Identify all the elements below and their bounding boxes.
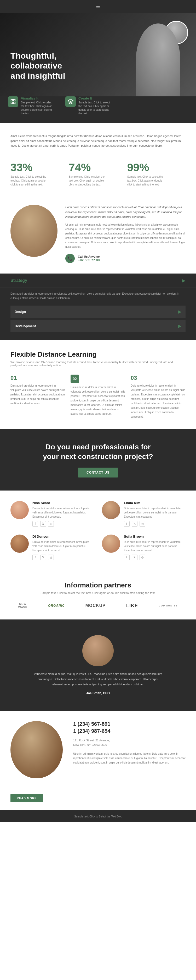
twitter-icon-nina[interactable]: 𝕏 xyxy=(40,521,46,527)
read-more-button[interactable]: READ MORE xyxy=(10,794,43,802)
partner-logo-newwave[interactable]: NEWWAVE xyxy=(18,602,28,609)
learning-col-text-3: Duis aute irure dolor in reprehenderit i… xyxy=(131,383,186,419)
strategy-expand-icon[interactable]: ▶ xyxy=(182,278,186,283)
team-info-sofia: Sofia Brown Duis aute irure dolor in rep… xyxy=(124,535,186,560)
strategy-items: Design ▶ Development ▶ xyxy=(0,305,196,340)
team-section: Nina Scaro Duis aute irure dolor in repr… xyxy=(0,490,196,571)
team-name-nina: Nina Scaro xyxy=(32,501,94,505)
team-photo-sofia xyxy=(102,535,120,553)
team-member-sofia: Sofia Brown Duis aute irure dolor in rep… xyxy=(102,535,186,560)
partners-logos: NEWWAVE ORGANIC Mockup Like COMMUNITY xyxy=(10,602,186,609)
hero-text-block: Thoughtful,collaborativeand insightful xyxy=(10,51,65,81)
learning-col-num-2: 02 xyxy=(71,375,79,383)
svg-rect-0 xyxy=(11,100,13,101)
strategy-item-design[interactable]: Design ▶ xyxy=(10,305,186,318)
partners-section: Information partners Sample text. Click … xyxy=(0,571,196,619)
team-social-linda: f 𝕏 ◎ xyxy=(124,521,186,527)
team-social-nina: f 𝕏 ◎ xyxy=(32,521,94,527)
team-grid: Nina Scaro Duis aute irure dolor in repr… xyxy=(10,501,186,560)
cta-title: Do you need professionals foryour next c… xyxy=(10,442,186,461)
facebook-icon-linda[interactable]: f xyxy=(124,521,130,527)
call-us-number: +92 555 77 88 xyxy=(78,258,100,262)
instagram-icon-nina[interactable]: ◎ xyxy=(48,521,54,527)
team-desc-nina: Duis aute irure dolor in reprehenderit i… xyxy=(32,506,94,519)
icon-box-create-text: Create It Sample text. Click to select t… xyxy=(79,96,112,115)
learning-col-3: 03 Duis aute irure dolor in reprehenderi… xyxy=(131,375,186,419)
contact-phones: 1 (234) 567-891 1 (234) 987-654 xyxy=(73,721,186,734)
instagram-icon-linda[interactable]: ◎ xyxy=(140,521,145,527)
icon-box-visualize[interactable]: Visualize It Sample text. Click to selec… xyxy=(8,96,55,115)
svg-rect-3 xyxy=(11,102,13,104)
svg-rect-1 xyxy=(14,100,15,101)
profile-photo xyxy=(10,205,58,257)
testimonial-photo xyxy=(82,635,114,667)
hamburger-icon[interactable]: ☰ xyxy=(96,4,100,9)
stat-number-2: 74% xyxy=(69,161,127,174)
icon-box-create-desc: Sample text. Click to select the text bo… xyxy=(79,101,112,115)
partner-logo-like[interactable]: Like xyxy=(126,603,138,609)
learning-section: Flexible Distance Learning We provide fl… xyxy=(0,340,196,429)
icon-box-create-title: Create It xyxy=(79,96,112,100)
stats-section: 33% Sample text. Click to select the tex… xyxy=(0,156,196,194)
team-photo-di xyxy=(10,535,29,553)
team-photo-linda xyxy=(102,501,120,519)
testimonial-author: Joe Smith, CEO xyxy=(10,691,186,695)
facebook-icon-nina[interactable]: f xyxy=(32,521,38,527)
team-info-di: Di Donson Duis aute irure dolor in repre… xyxy=(32,535,94,560)
facebook-icon-sofia[interactable]: f xyxy=(124,555,130,560)
team-info-nina: Nina Scaro Duis aute irure dolor in repr… xyxy=(32,501,94,527)
strategy-item-design-arrow: ▶ xyxy=(178,309,182,314)
contact-us-button[interactable]: CONTACT US xyxy=(78,468,118,477)
learning-col-2: 02 Duis aute irure dolor in reprehenderi… xyxy=(71,375,125,419)
hero-title: Thoughtful,collaborativeand insightful xyxy=(10,51,65,81)
twitter-icon-linda[interactable]: 𝕏 xyxy=(132,521,137,527)
partner-logo-mockup[interactable]: Mockup xyxy=(85,603,106,608)
icon-boxes-section: Visualize It Sample text. Click to selec… xyxy=(0,96,196,123)
read-more-section: READ MORE xyxy=(0,789,196,810)
strategy-item-design-label: Design xyxy=(14,310,26,313)
partner-logo-organic[interactable]: ORGANIC xyxy=(48,604,65,608)
strategy-item-development[interactable]: Development ▶ xyxy=(10,320,186,332)
strategy-header[interactable]: Strategy ▶ xyxy=(0,274,196,288)
partners-subtitle: Sample text. Click to select the text bo… xyxy=(10,591,186,595)
team-desc-di: Duis aute irure dolor in reprehenderit i… xyxy=(32,540,94,552)
contact-info-section: 1 (234) 567-891 1 (234) 987-654 121 Rock… xyxy=(0,711,196,789)
strategy-title: Strategy xyxy=(10,278,27,283)
icon-box-create[interactable]: Create It Sample text. Click to select t… xyxy=(65,96,112,115)
icon-box-visualize-title: Visualize It xyxy=(21,96,55,100)
strategy-desc-text: Duis aute irure dolor in reprehenderit i… xyxy=(10,291,186,301)
icon-box-visualize-desc: Sample text. Click to select the text bo… xyxy=(21,101,55,115)
hero-section: Thoughtful,collaborativeand insightful xyxy=(0,13,196,96)
instagram-icon-di[interactable]: ◎ xyxy=(48,555,54,560)
testimonial-text: Vituperate Nam id aliqua, malt quis vest… xyxy=(33,671,163,687)
strategy-item-development-arrow: ▶ xyxy=(178,323,182,328)
footer: Sample text. Click to Select the Text Bo… xyxy=(0,810,196,822)
profile-body: Ut enim ad minim veniam, quis nostrud ex… xyxy=(65,223,186,249)
intro-text: Amet luctus venenatis lectus magna fring… xyxy=(10,134,186,148)
stat-label-2: Sample text. Click to select the text bo… xyxy=(69,175,108,186)
partners-title: Information partners xyxy=(10,581,186,589)
team-name-sofia: Sofia Brown xyxy=(124,535,186,538)
twitter-icon-sofia[interactable]: 𝕏 xyxy=(132,555,137,560)
stat-item-1: 33% Sample text. Click to select the tex… xyxy=(10,161,69,186)
team-name-linda: Linda Kim xyxy=(124,501,186,505)
create-icon xyxy=(65,96,76,107)
twitter-icon-di[interactable]: 𝕏 xyxy=(40,555,46,560)
cta-section: Do you need professionals foryour next c… xyxy=(0,429,196,490)
learning-col-1: 01 Duis aute irure dolor in reprehenderi… xyxy=(10,375,65,419)
stat-number-3: 99% xyxy=(127,161,186,174)
stat-label-1: Sample text. Click to select the text bo… xyxy=(10,175,50,186)
team-social-di: f 𝕏 ◎ xyxy=(32,555,94,560)
stat-number-1: 33% xyxy=(10,161,69,174)
partner-logo-community[interactable]: COMMUNITY xyxy=(159,605,178,607)
profile-content: Each color evokes different emotions for… xyxy=(65,205,186,263)
svg-rect-2 xyxy=(14,102,15,104)
strategy-description: Duis aute irure dolor in reprehenderit i… xyxy=(0,288,196,305)
instagram-icon-sofia[interactable]: ◎ xyxy=(140,555,145,560)
team-member-nina: Nina Scaro Duis aute irure dolor in repr… xyxy=(10,501,94,527)
call-us-text: Call Us Anytime +92 555 77 88 xyxy=(78,255,100,262)
footer-text: Sample text. Click to Select the Text Bo… xyxy=(74,815,122,818)
team-photo-nina xyxy=(10,501,29,519)
facebook-icon-di[interactable]: f xyxy=(32,555,38,560)
team-member-di: Di Donson Duis aute irure dolor in repre… xyxy=(10,535,94,560)
